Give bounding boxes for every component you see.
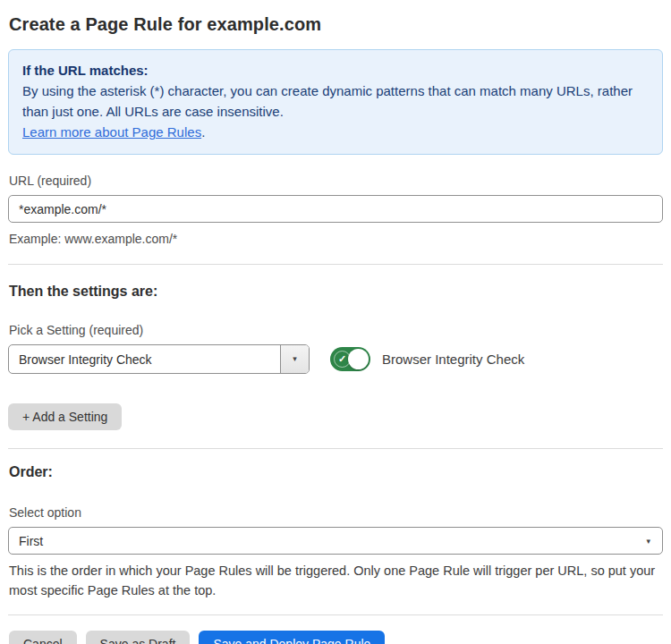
info-box-heading: If the URL matches:: [22, 60, 649, 80]
order-select-label: Select option: [9, 505, 662, 520]
create-page-rule-panel: Create a Page Rule for example.com If th…: [0, 0, 671, 644]
url-input[interactable]: [8, 195, 663, 223]
divider: [8, 264, 663, 265]
order-section-heading: Order:: [9, 464, 662, 480]
url-example-text: Example: www.example.com/*: [9, 232, 662, 246]
toggle-wrap: ✓ Browser Integrity Check: [330, 347, 524, 371]
setting-select-value: Browser Integrity Check: [9, 345, 280, 373]
setting-select-arrow-button[interactable]: ▾: [280, 345, 309, 373]
divider: [8, 448, 663, 449]
toggle-knob: [348, 349, 369, 369]
chevron-down-icon: ▾: [293, 355, 297, 363]
toggle-label: Browser Integrity Check: [382, 352, 524, 367]
learn-more-link[interactable]: Learn more about Page Rules: [22, 124, 201, 140]
order-description: This is the order in which your Page Rul…: [9, 561, 662, 600]
add-setting-button[interactable]: + Add a Setting: [8, 403, 122, 430]
setting-select[interactable]: Browser Integrity Check ▾: [8, 344, 310, 374]
save-as-draft-button[interactable]: Save as Draft: [86, 631, 191, 644]
setting-row: Browser Integrity Check ▾ ✓ Browser Inte…: [8, 344, 663, 374]
order-select[interactable]: First ▾: [8, 527, 663, 555]
pick-setting-label: Pick a Setting (required): [9, 323, 662, 337]
divider: [8, 614, 663, 615]
save-and-deploy-button[interactable]: Save and Deploy Page Rule: [199, 631, 385, 644]
cancel-button[interactable]: Cancel: [9, 631, 77, 644]
info-box-link-line: Learn more about Page Rules.: [22, 122, 649, 142]
info-box-body: By using the asterisk (*) character, you…: [22, 80, 649, 122]
url-label: URL (required): [9, 174, 662, 188]
browser-integrity-toggle[interactable]: ✓: [330, 347, 370, 371]
footer-buttons: Cancel Save as Draft Save and Deploy Pag…: [9, 631, 662, 644]
chevron-down-icon: ▾: [646, 537, 650, 545]
link-suffix: .: [201, 124, 205, 140]
url-match-info-box: If the URL matches: By using the asteris…: [8, 49, 663, 155]
settings-section-heading: Then the settings are:: [9, 284, 662, 300]
order-select-value: First: [19, 534, 43, 548]
url-section: URL (required) Example: www.example.com/…: [8, 174, 663, 246]
page-title: Create a Page Rule for example.com: [9, 14, 662, 35]
